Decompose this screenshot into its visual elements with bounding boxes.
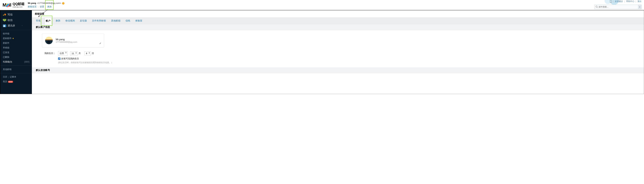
edit-icon[interactable] (99, 42, 102, 45)
logo-sub: mail.qq.com (12, 6, 24, 8)
tab-spam[interactable]: 反垃圾 (79, 17, 88, 24)
birthday-visible-label: 好友可见我的生日 (62, 57, 79, 60)
search-dropdown[interactable]: ▾ (638, 5, 641, 9)
write-icon (2, 13, 6, 16)
account-card: Mr.yang 1773464408@qq.com (42, 33, 104, 47)
search-box[interactable]: ▾ (594, 5, 642, 9)
star-icon: ★ (12, 37, 14, 39)
tab-folders[interactable]: 文件夹和标签 (91, 17, 107, 24)
section-send-account: 默认发信帐号 (32, 67, 644, 73)
sidebar-deleted[interactable]: 已删除 (3, 55, 29, 59)
logo[interactable]: Mil QQ邮箱 mail.qq.com (2, 2, 24, 8)
month-select[interactable]: 11 ▲▼ (70, 51, 78, 55)
sidebar: 写信 收信 通讯录 收件箱 星标邮件 ★ 群邮件 草稿箱 已发送 已删除 垃圾箱… (0, 10, 32, 94)
warning-icon[interactable]: ! (62, 2, 64, 4)
birthday-visible-checkbox[interactable] (58, 57, 60, 60)
sidebar-inbox-main[interactable]: 收信 (3, 17, 29, 23)
nav-skin[interactable]: 换肤 (47, 5, 52, 8)
tab-skin[interactable]: 换肤 (55, 17, 62, 24)
birthday-label: 我的生日： (42, 52, 55, 55)
tab-lab[interactable]: 体验室 (134, 17, 143, 24)
logout-link[interactable]: 退出 (638, 0, 642, 3)
new-badge: NEW (8, 81, 13, 83)
contact-icon (3, 24, 6, 27)
feedback-link[interactable]: 反馈建议 (615, 0, 623, 3)
tab-paper[interactable]: 信纸 (124, 17, 131, 24)
tab-account[interactable]: 帐户 (45, 17, 52, 24)
tab-rules[interactable]: 收信规则 (64, 17, 76, 24)
chevron-updown-icon: ▲▼ (88, 52, 90, 54)
page-title: 邮箱设置 (32, 10, 644, 17)
sidebar-calendar[interactable]: 日历 (3, 75, 7, 78)
calendar-select[interactable]: 公历 ▲▼ (58, 51, 68, 55)
card-name: Mr.yang (56, 38, 77, 41)
phone-icon[interactable] (610, 0, 612, 3)
sidebar-trash[interactable]: 垃圾箱(3) [清空] (3, 59, 29, 64)
section-account-info: 默认帐户信息 (32, 24, 644, 30)
sidebar-other-mail[interactable]: 其他邮箱 (3, 67, 29, 72)
sidebar-star[interactable]: 星标邮件 ★ (3, 36, 29, 41)
sidebar-contact[interactable]: 通讯录 (3, 23, 29, 28)
sidebar-draft[interactable]: 草稿箱 (3, 45, 29, 50)
nav-settings[interactable]: 设置 (40, 5, 44, 8)
chevron-updown-icon: ▲▼ (65, 52, 66, 54)
sidebar-resume[interactable]: 简历NEW (3, 80, 13, 83)
sidebar-sent[interactable]: 已发送 (3, 50, 29, 55)
inbox-icon (3, 19, 6, 22)
user-name: Mr.yang (28, 1, 36, 5)
svg-point-0 (596, 6, 597, 7)
tab-bar: 常规 帐户 换肤 收信规则 反垃圾 文件夹和标签 其他邮箱 信纸 体验室 (32, 17, 644, 24)
logo-title: QQ邮箱 (12, 2, 24, 6)
search-icon (595, 5, 599, 8)
sidebar-notes[interactable]: 记事本 (10, 75, 16, 78)
sidebar-group[interactable]: 群邮件 (3, 41, 29, 45)
search-input[interactable] (599, 6, 638, 8)
clear-trash[interactable]: [清空] (24, 60, 29, 63)
sidebar-inbox[interactable]: 收件箱 (3, 31, 29, 36)
help-link[interactable]: 帮助中心 (626, 0, 634, 3)
tab-other-mail[interactable]: 其他邮箱 (110, 17, 122, 24)
avatar[interactable] (45, 37, 53, 44)
main-content: 邮箱设置 常规 帐户 换肤 收信规则 反垃圾 文件夹和标签 其他邮箱 信纸 体验… (32, 10, 644, 94)
nav-home[interactable]: 邮箱首页 (28, 5, 36, 8)
day-select[interactable]: 8 ▲▼ (84, 51, 90, 55)
svg-line-1 (597, 7, 598, 8)
tab-general[interactable]: 常规 (35, 17, 42, 24)
user-email: <1773464408@qq.com> (37, 1, 61, 5)
birthday-hint: (快过生日时，你的好友可以在邮箱首页看到你的生日信息。） (58, 61, 634, 64)
chevron-updown-icon: ▲▼ (76, 52, 77, 54)
sidebar-write[interactable]: 写信 (3, 12, 29, 17)
card-email: 1773464408@qq.com (56, 41, 77, 43)
